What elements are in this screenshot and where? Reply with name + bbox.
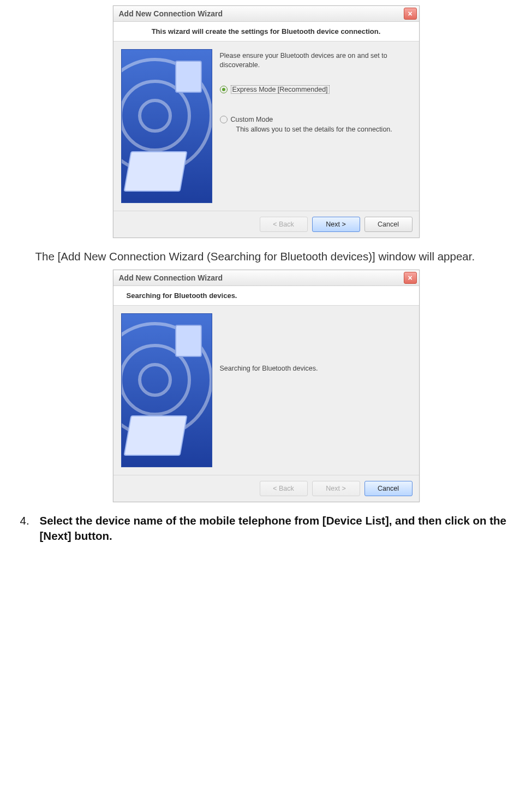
titlebar: Add New Connection Wizard ×	[113, 6, 419, 22]
searching-message: Searching for Bluetooth devices.	[220, 315, 411, 372]
dialog-subtitle: Searching for Bluetooth devices.	[113, 286, 419, 306]
close-icon[interactable]: ×	[404, 272, 417, 284]
dialog-content: Searching for Bluetooth devices.	[220, 313, 411, 467]
radio-selected-icon	[220, 86, 228, 93]
dialog-body: Please ensure your Bluetooth devices are…	[113, 41, 419, 211]
dialog-subtitle: This wizard will create the settings for…	[113, 22, 419, 41]
instruction-text: Please ensure your Bluetooth devices are…	[220, 51, 411, 70]
dialog-body: Searching for Bluetooth devices.	[113, 306, 419, 475]
titlebar: Add New Connection Wizard ×	[113, 270, 419, 286]
laptop-icon	[123, 415, 187, 456]
cancel-button[interactable]: Cancel	[364, 217, 413, 232]
next-button: Next >	[312, 481, 360, 496]
dialog-content: Please ensure your Bluetooth devices are…	[220, 49, 411, 203]
next-button[interactable]: Next >	[312, 217, 360, 232]
wizard-dialog-2: Add New Connection Wizard × Searching fo…	[113, 270, 420, 502]
window-title: Add New Connection Wizard	[119, 273, 404, 282]
wizard-graphic	[121, 49, 212, 203]
step-number: 4.	[20, 513, 40, 544]
radio-express-mode[interactable]: Express Mode [Recommended]	[220, 85, 411, 94]
document-page: Add New Connection Wizard × This wizard …	[0, 5, 532, 798]
radio-custom-description: This allows you to set the details for t…	[236, 126, 411, 133]
wizard-dialog-1: Add New Connection Wizard × This wizard …	[113, 5, 420, 238]
phone-icon	[175, 61, 202, 93]
close-icon[interactable]: ×	[404, 8, 417, 20]
laptop-icon	[123, 151, 187, 192]
back-button: < Back	[260, 217, 308, 232]
radio-custom-label: Custom Mode	[231, 116, 273, 123]
radio-unselected-icon	[220, 116, 228, 123]
cancel-button[interactable]: Cancel	[364, 481, 413, 496]
phone-icon	[175, 325, 202, 357]
button-row: < Back Next > Cancel	[113, 475, 419, 502]
back-button: < Back	[260, 481, 308, 496]
window-title: Add New Connection Wizard	[119, 9, 404, 18]
step-4: 4. Select the device name of the mobile …	[5, 513, 528, 544]
step-text: Select the device name of the mobile tel…	[40, 513, 528, 544]
caption-text: The [Add New Connection Wizard (Searchin…	[1, 249, 532, 264]
radio-custom-mode[interactable]: Custom Mode	[220, 116, 411, 123]
wizard-graphic	[121, 313, 212, 467]
radio-express-label: Express Mode [Recommended]	[231, 85, 330, 94]
button-row: < Back Next > Cancel	[113, 211, 419, 237]
